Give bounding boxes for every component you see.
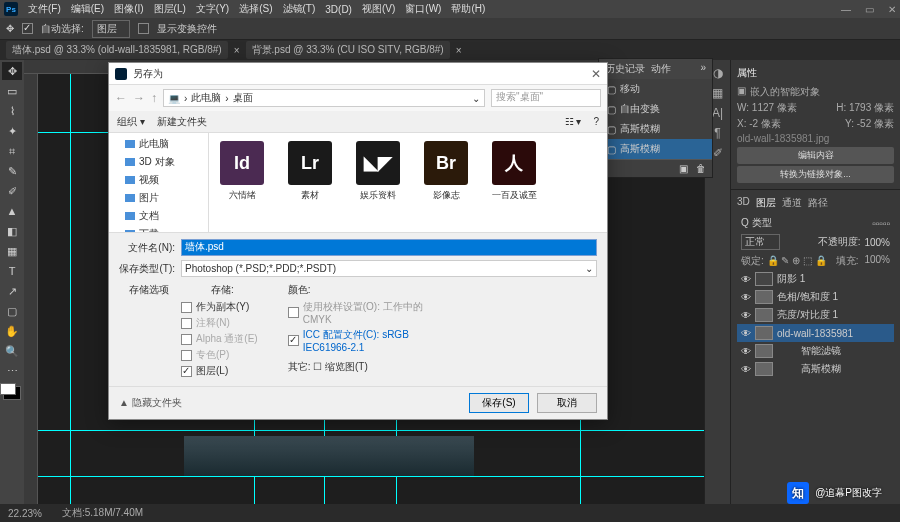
visibility-icon[interactable]: 👁 [741,274,751,285]
doc-tab[interactable]: 背景.psd @ 33.3% (CU ISO SITV, RGB/8#) [246,41,450,59]
tree-item[interactable]: 3D 对象 [109,153,208,171]
tab-close-icon[interactable]: × [234,45,240,56]
organize-button[interactable]: 组织 ▾ [117,115,145,129]
stamp-tool[interactable]: ▲ [2,202,22,220]
para-icon[interactable]: ¶ [714,126,720,140]
panel-tab[interactable]: 路径 [808,196,828,210]
save-option[interactable]: 图层(L) [181,364,258,378]
tree-item[interactable]: 视频 [109,171,208,189]
visibility-icon[interactable]: 👁 [741,346,751,357]
layer-row[interactable]: 👁智能滤镜 [737,342,894,360]
type-tool[interactable]: T [2,262,22,280]
panel-tab[interactable]: 历史记录 [605,62,645,76]
layer-row[interactable]: 👁色相/饱和度 1 [737,288,894,306]
crumb-item[interactable]: 此电脑 [191,91,221,105]
cancel-button[interactable]: 取消 [537,393,597,413]
opacity-value[interactable]: 100% [864,237,890,248]
visibility-icon[interactable]: 👁 [741,292,751,303]
doc-tab[interactable]: 墙体.psd @ 33.3% (old-wall-1835981, RGB/8#… [6,41,228,59]
chevron-down-icon[interactable]: ⌄ [472,93,480,104]
hide-folders-toggle[interactable]: ▲ 隐藏文件夹 [119,396,182,410]
eyedropper-tool[interactable]: ✎ [2,162,22,180]
maximize-icon[interactable]: ▭ [865,4,874,15]
menu-item[interactable]: 滤镜(T) [283,2,316,16]
visibility-icon[interactable]: 👁 [741,364,751,375]
filename-input[interactable]: 墙体.psd [181,239,597,256]
panel-tab[interactable]: 属性 [737,66,757,80]
fill-value[interactable]: 100% [864,254,890,268]
folder-item[interactable]: Br影像志 [421,141,471,202]
thumbnail-option[interactable]: 其它: ☐ 缩览图(T) [288,360,433,374]
tree-item[interactable]: 文档 [109,207,208,225]
visibility-icon[interactable]: 👁 [741,310,751,321]
menu-item[interactable]: 文件(F) [28,2,61,16]
menu-item[interactable]: 视图(V) [362,2,395,16]
back-icon[interactable]: ← [115,91,127,105]
search-input[interactable]: 搜索"桌面" [491,89,601,107]
tree-item[interactable]: 此电脑 [109,135,208,153]
show-transform-checkbox[interactable] [138,23,149,34]
filetype-dropdown[interactable]: Photoshop (*.PSD;*.PDD;*.PSDT)⌄ [181,260,597,277]
layer-row[interactable]: 👁高斯模糊 [737,360,894,378]
help-icon[interactable]: ? [593,116,599,127]
blend-mode-dropdown[interactable]: 正常 [741,234,780,250]
view-icon[interactable]: ☷ ▾ [565,116,582,127]
kind-filter[interactable]: Q 类型 [741,216,772,230]
path-tool[interactable]: ↗ [2,282,22,300]
guide[interactable] [38,430,704,431]
menu-item[interactable]: 窗口(W) [405,2,441,16]
folder-item[interactable]: ◣◤娱乐资料 [353,141,403,202]
tab-close-icon[interactable]: × [456,45,462,56]
zoom-tool[interactable]: 🔍 [2,342,22,360]
new-folder-button[interactable]: 新建文件夹 [157,115,207,129]
menu-item[interactable]: 编辑(E) [71,2,104,16]
panel-tab[interactable]: 动作 [651,62,671,76]
lasso-tool[interactable]: ⌇ [2,102,22,120]
brush-icon[interactable]: ✐ [713,146,723,160]
tree-item[interactable]: 图片 [109,189,208,207]
crumb-item[interactable]: 桌面 [233,91,253,105]
guide[interactable] [70,74,71,522]
camera-icon[interactable]: ▣ [679,163,688,174]
close-icon[interactable]: » [700,62,706,76]
history-item[interactable]: ▢自由变换 [599,99,712,119]
history-item[interactable]: ▢高斯模糊 [599,139,712,159]
char-icon[interactable]: A| [712,106,723,120]
hand-tool[interactable]: ✋ [2,322,22,340]
guide[interactable] [38,476,704,477]
wand-tool[interactable]: ✦ [2,122,22,140]
folder-item[interactable]: Id六情绪 [217,141,267,202]
breadcrumb[interactable]: 💻› 此电脑› 桌面 ⌄ [163,89,485,107]
save-button[interactable]: 保存(S) [469,393,529,413]
close-icon[interactable]: ✕ [591,67,601,81]
auto-select-checkbox[interactable] [22,23,33,34]
panel-tab[interactable]: 图层 [756,196,776,210]
history-item[interactable]: ▢高斯模糊 [599,119,712,139]
move-tool[interactable]: ✥ [2,62,22,80]
zoom-level[interactable]: 22.23% [8,508,42,519]
menu-item[interactable]: 文字(Y) [196,2,229,16]
crop-tool[interactable]: ⌗ [2,142,22,160]
up-icon[interactable]: ↑ [151,91,157,105]
ellipsis-icon[interactable]: ⋯ [2,362,22,380]
convert-link-button[interactable]: 转换为链接对象... [737,166,894,183]
close-icon[interactable]: ✕ [888,4,896,15]
menu-item[interactable]: 选择(S) [239,2,272,16]
history-item[interactable]: ▢移动 [599,79,712,99]
panel-tab[interactable]: 3D [737,196,750,210]
menu-item[interactable]: 帮助(H) [451,2,485,16]
menu-item[interactable]: 图层(L) [154,2,186,16]
menu-item[interactable]: 图像(I) [114,2,143,16]
layer-row[interactable]: 👁old-wall-1835981 [737,324,894,342]
folder-item[interactable]: Lr素材 [285,141,335,202]
shape-tool[interactable]: ▢ [2,302,22,320]
tree-item[interactable]: 下载 [109,225,208,232]
auto-select-dropdown[interactable]: 图层 [92,20,130,38]
save-option[interactable]: 作为副本(Y) [181,300,258,314]
layer-row[interactable]: 👁阴影 1 [737,270,894,288]
edit-contents-button[interactable]: 编辑内容 [737,147,894,164]
icc-checkbox[interactable] [288,335,299,346]
forward-icon[interactable]: → [133,91,145,105]
visibility-icon[interactable]: 👁 [741,328,751,339]
folder-item[interactable]: 人一百及诚至 [489,141,539,202]
